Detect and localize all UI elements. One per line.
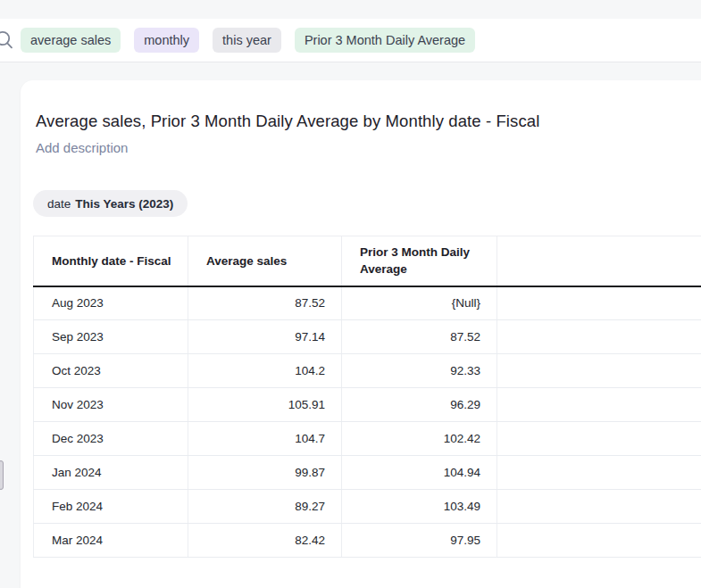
filter-value-label: This Years (2023) bbox=[75, 197, 173, 211]
cell-month: Nov 2023 bbox=[34, 388, 188, 422]
cell-prior-average: 96.29 bbox=[342, 388, 497, 422]
cell-month: Mar 2024 bbox=[34, 524, 188, 558]
filter-prefix-label: date bbox=[47, 197, 71, 211]
cell-empty bbox=[497, 320, 701, 354]
cell-month: Dec 2023 bbox=[34, 422, 188, 456]
search-token-this-year[interactable]: this year bbox=[213, 28, 281, 53]
table-row: Oct 2023 104.2 92.33 bbox=[34, 354, 701, 388]
column-header-average-sales[interactable]: Average sales bbox=[188, 236, 342, 286]
cell-prior-average: 92.33 bbox=[342, 354, 497, 388]
cell-month: Jan 2024 bbox=[34, 456, 188, 490]
cell-prior-average: 104.94 bbox=[342, 456, 497, 490]
cell-average-sales: 87.52 bbox=[188, 286, 342, 320]
cell-average-sales: 104.2 bbox=[188, 354, 342, 388]
column-header-prior-3-month-daily-average[interactable]: Prior 3 Month Daily Average bbox=[342, 236, 497, 286]
search-token-average-sales[interactable]: average sales bbox=[21, 28, 121, 53]
table-row: Dec 2023 104.7 102.42 bbox=[34, 422, 701, 456]
search-icon bbox=[0, 29, 21, 52]
cell-average-sales: 99.87 bbox=[188, 456, 342, 490]
cell-empty bbox=[497, 456, 701, 490]
results-table-container: Monthly date - Fiscal Average sales Prio… bbox=[33, 236, 701, 558]
cell-prior-average: 102.42 bbox=[342, 422, 497, 456]
search-bar[interactable]: average sales monthly this year Prior 3 … bbox=[0, 19, 701, 62]
table-row: Sep 2023 97.14 87.52 bbox=[34, 320, 701, 354]
table-row: Aug 2023 87.52 {Null} bbox=[34, 286, 701, 320]
cell-month: Oct 2023 bbox=[34, 354, 188, 388]
cell-month: Sep 2023 bbox=[34, 320, 188, 354]
cell-month: Aug 2023 bbox=[34, 286, 188, 320]
cell-average-sales: 104.7 bbox=[188, 422, 342, 456]
cell-month: Feb 2024 bbox=[34, 490, 188, 524]
panel-drag-handle[interactable] bbox=[0, 460, 4, 490]
cell-prior-average: 103.49 bbox=[342, 490, 497, 524]
cell-empty bbox=[497, 388, 701, 422]
cell-prior-average: {Null} bbox=[342, 286, 497, 320]
cell-prior-average: 87.52 bbox=[342, 320, 497, 354]
cell-empty bbox=[497, 354, 701, 388]
table-row: Feb 2024 89.27 103.49 bbox=[34, 490, 701, 524]
results-table: Monthly date - Fiscal Average sales Prio… bbox=[33, 236, 701, 558]
cell-average-sales: 82.42 bbox=[188, 524, 342, 558]
table-row: Nov 2023 105.91 96.29 bbox=[34, 388, 701, 422]
table-row: Jan 2024 99.87 104.94 bbox=[34, 456, 701, 490]
date-filter-chip[interactable]: date This Years (2023) bbox=[33, 190, 188, 217]
cell-average-sales: 89.27 bbox=[188, 490, 342, 524]
cell-empty bbox=[497, 490, 701, 524]
table-row: Mar 2024 82.42 97.95 bbox=[34, 524, 701, 558]
cell-empty bbox=[497, 286, 701, 320]
add-description-link[interactable]: Add description bbox=[36, 138, 128, 157]
cell-average-sales: 97.14 bbox=[188, 320, 342, 354]
cell-empty bbox=[497, 422, 701, 456]
column-header-empty bbox=[497, 236, 701, 286]
search-token-monthly[interactable]: monthly bbox=[134, 28, 199, 53]
table-header-row: Monthly date - Fiscal Average sales Prio… bbox=[34, 236, 701, 286]
column-header-monthly-date-fiscal[interactable]: Monthly date - Fiscal bbox=[34, 236, 188, 286]
page-title: Average sales, Prior 3 Month Daily Avera… bbox=[36, 110, 683, 132]
cell-average-sales: 105.91 bbox=[188, 388, 342, 422]
cell-empty bbox=[497, 524, 701, 558]
search-token-prior-3-month-daily-average[interactable]: Prior 3 Month Daily Average bbox=[295, 28, 475, 53]
cell-prior-average: 97.95 bbox=[342, 524, 497, 558]
answer-card: Average sales, Prior 3 Month Daily Avera… bbox=[21, 80, 701, 588]
